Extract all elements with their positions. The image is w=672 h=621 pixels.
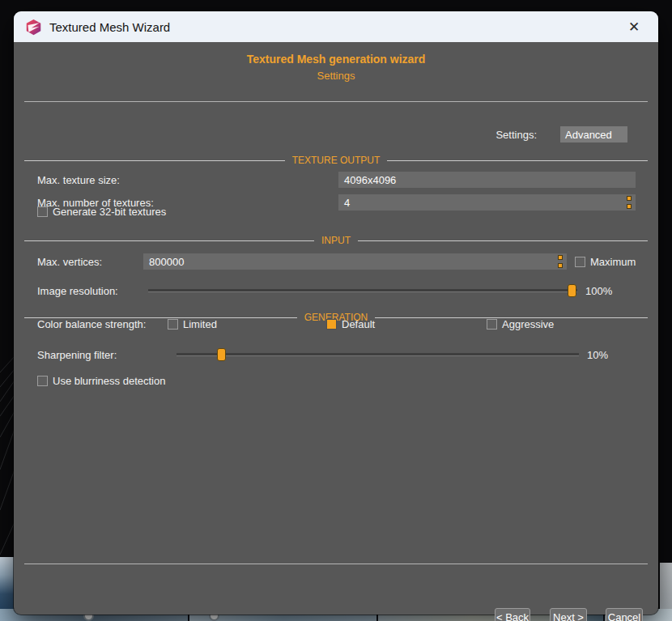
sharpening-filter-value: 10%: [587, 349, 608, 361]
max-texture-size-value: 4096x4096: [344, 174, 396, 186]
aggressive-checkbox[interactable]: [487, 319, 497, 330]
use-blurriness-detection-checkbox[interactable]: [37, 376, 48, 386]
textured-mesh-wizard-dialog: Textured Mesh Wizard ✕ Textured Mesh gen…: [14, 11, 658, 615]
divider-top: [24, 101, 648, 102]
max-number-textures-input[interactable]: 4: [338, 194, 636, 211]
default-checkbox[interactable]: [326, 319, 337, 330]
cancel-button[interactable]: Cancel: [606, 608, 643, 621]
spinner-up-icon[interactable]: [627, 196, 632, 201]
wizard-title: Textured Mesh generation wizard: [14, 53, 658, 66]
max-texture-size-label: Max. texture size:: [37, 174, 120, 186]
generate-32bit-textures-checkbox-row: Generate 32-bit textures: [37, 206, 166, 218]
max-vertices-label: Max. vertices:: [37, 256, 102, 268]
color-balance-option-default: Default: [326, 318, 375, 330]
image-resolution-value: 100%: [585, 285, 612, 297]
background-wireframe: [0, 348, 15, 583]
dialog-titlebar[interactable]: Textured Mesh Wizard ✕: [14, 11, 658, 42]
spinner-control: [627, 196, 632, 209]
close-icon[interactable]: ✕: [623, 15, 645, 38]
generate-32bit-textures-checkbox[interactable]: [37, 206, 48, 217]
sharpening-filter-slider-track[interactable]: [177, 353, 579, 356]
section-line: [24, 160, 285, 161]
zephyr-logo-icon: [25, 19, 42, 36]
default-label: Default: [342, 318, 375, 330]
section-title: INPUT: [314, 235, 358, 246]
sharpening-filter-label: Sharpening filter:: [37, 349, 117, 361]
settings-dropdown[interactable]: Advanced: [560, 126, 627, 142]
settings-selector-row: Settings: Advanced: [495, 126, 627, 142]
max-number-textures-value: 4: [344, 197, 350, 209]
image-resolution-label: Image resolution:: [37, 285, 118, 297]
section-header-texture-output: TEXTURE OUTPUT: [24, 155, 648, 166]
use-blurriness-detection-checkbox-row: Use blurriness detection: [37, 375, 165, 387]
dialog-content: Textured Mesh generation wizard Settings…: [14, 42, 658, 615]
section-title: TEXTURE OUTPUT: [285, 155, 388, 166]
settings-label: Settings:: [495, 129, 537, 141]
divider-bottom: [24, 564, 648, 564]
limited-checkbox[interactable]: [168, 319, 178, 330]
aggressive-label: Aggressive: [502, 318, 554, 330]
section-header-input: INPUT: [24, 235, 648, 246]
color-balance-option-limited: Limited: [168, 318, 217, 330]
max-vertices-input[interactable]: 800000: [143, 253, 567, 270]
maximum-label: Maximum: [590, 256, 636, 268]
use-blurriness-detection-label: Use blurriness detection: [53, 375, 165, 387]
sharpening-filter-slider-handle[interactable]: [217, 348, 226, 361]
spinner-control: [558, 255, 563, 268]
spinner-up-icon[interactable]: [558, 255, 563, 260]
spinner-down-icon[interactable]: [558, 263, 563, 268]
wizard-subtitle: Settings: [14, 70, 658, 82]
color-balance-strength-label: Color balance strength:: [37, 318, 146, 330]
spinner-down-icon[interactable]: [627, 204, 632, 209]
max-vertices-value: 800000: [149, 256, 184, 268]
next-button[interactable]: Next >: [550, 608, 587, 621]
generate-32bit-textures-label: Generate 32-bit textures: [53, 206, 166, 218]
image-resolution-slider-track[interactable]: [148, 289, 577, 292]
section-line: [358, 240, 648, 241]
back-button[interactable]: < Back: [495, 608, 530, 621]
section-line: [24, 240, 314, 241]
window-title: Textured Mesh Wizard: [49, 20, 170, 34]
maximum-checkbox-row: Maximum: [575, 256, 636, 268]
image-resolution-slider-handle[interactable]: [568, 284, 576, 297]
limited-label: Limited: [183, 318, 217, 330]
max-texture-size-input[interactable]: 4096x4096: [338, 172, 636, 188]
maximum-checkbox[interactable]: [575, 257, 585, 267]
color-balance-option-aggressive: Aggressive: [487, 318, 554, 330]
section-line: [387, 160, 648, 161]
desktop-backdrop: Textured Mesh Wizard ✕ Textured Mesh gen…: [0, 0, 672, 621]
